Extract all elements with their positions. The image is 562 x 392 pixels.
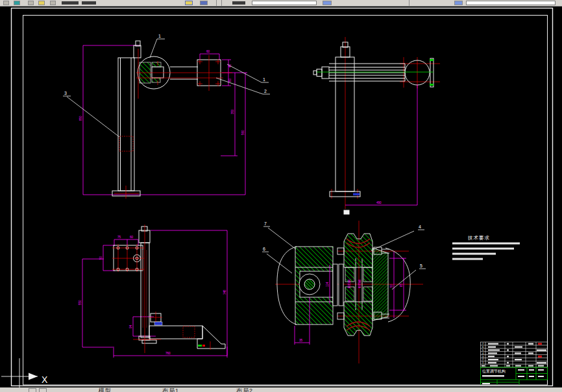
- color-combobox[interactable]: [466, 1, 556, 5]
- toolbar-icon-match-properties[interactable]: [62, 1, 79, 5]
- note-line-2: [452, 248, 514, 250]
- tech-requirements-title: 技术要求: [467, 235, 490, 241]
- layer-combobox[interactable]: [252, 1, 317, 5]
- dim-label: Φ30k6: [348, 279, 351, 288]
- dim-label: 560: [241, 130, 245, 135]
- tab-scroll-button-left[interactable]: [29, 388, 36, 392]
- toolbar-icon-open[interactable]: [14, 1, 20, 5]
- toolbar-icon-zoom-window[interactable]: [185, 1, 193, 5]
- dim-label: 75: [117, 236, 121, 239]
- balloon-1b: 1: [263, 77, 265, 82]
- dim-label: 50: [390, 284, 393, 288]
- toolbar-icon-zoom-previous[interactable]: [200, 1, 208, 5]
- balloon-7: 7: [264, 221, 267, 226]
- note-line-3: [452, 253, 496, 255]
- note-line-1: [452, 243, 520, 245]
- toolbar-icon-layers[interactable]: [232, 1, 245, 5]
- toolbar-icon-save[interactable]: [28, 1, 34, 5]
- toolbar-icon-new[interactable]: [3, 1, 9, 5]
- dim-label: 65: [400, 283, 403, 287]
- dim-label: 60: [228, 78, 232, 82]
- dim-label: 114: [326, 282, 329, 287]
- dim-label: 550: [79, 300, 82, 305]
- balloon-3: 3: [64, 91, 67, 95]
- toolbar-separator-2: [409, 0, 409, 6]
- layout-tab-bar: 模型 布局1 布局2: [0, 387, 562, 392]
- balloon-4: 4: [419, 225, 421, 229]
- drawing-canvas[interactable]: 60 45 60 350 560 850: [0, 0, 562, 392]
- dim-label: 60: [130, 236, 134, 239]
- dim-label: 35: [299, 339, 303, 342]
- dim-label: 745: [223, 289, 226, 295]
- toolbar-separator: [216, 0, 217, 6]
- dim-label: 760: [165, 352, 171, 355]
- dim-label: 94: [129, 325, 132, 328]
- dim-label: 50: [99, 256, 103, 260]
- toolbar-icon-color-control[interactable]: [454, 1, 463, 5]
- toolbar-grip[interactable]: [221, 0, 222, 6]
- dim-label: 350: [231, 109, 234, 114]
- balloon-5: 5: [420, 263, 422, 268]
- drawing-title: 位置调节机构: [482, 369, 506, 374]
- note-line-4: [452, 258, 483, 260]
- tab-model[interactable]: 模型: [99, 388, 112, 392]
- top-toolbar: [0, 0, 562, 6]
- tab-layout2[interactable]: 布局2: [236, 388, 253, 392]
- balloon-2: 2: [264, 89, 267, 93]
- dim-label: 490: [376, 201, 382, 204]
- dim-label: 850: [79, 116, 82, 121]
- tab-layout1[interactable]: 布局1: [162, 388, 179, 392]
- balloon-6: 6: [263, 247, 265, 251]
- cad-application-window: { "colors": { "background": "#000000", "…: [0, 0, 562, 392]
- balloon-1: 1: [158, 34, 161, 38]
- toolbar-icon-plot[interactable]: [38, 1, 45, 5]
- toolbar-icon-layer-states[interactable]: [323, 1, 332, 5]
- tab-scroll-button-right[interactable]: [39, 388, 47, 392]
- ucs-x-label: X: [42, 374, 48, 385]
- toolbar-icon-undo[interactable]: [82, 1, 96, 5]
- paper-background: [0, 0, 562, 392]
- dim-label: 60: [206, 50, 210, 53]
- toolbar-icon-preview[interactable]: [50, 1, 56, 5]
- dim-label: Φ35k6: [358, 279, 361, 288]
